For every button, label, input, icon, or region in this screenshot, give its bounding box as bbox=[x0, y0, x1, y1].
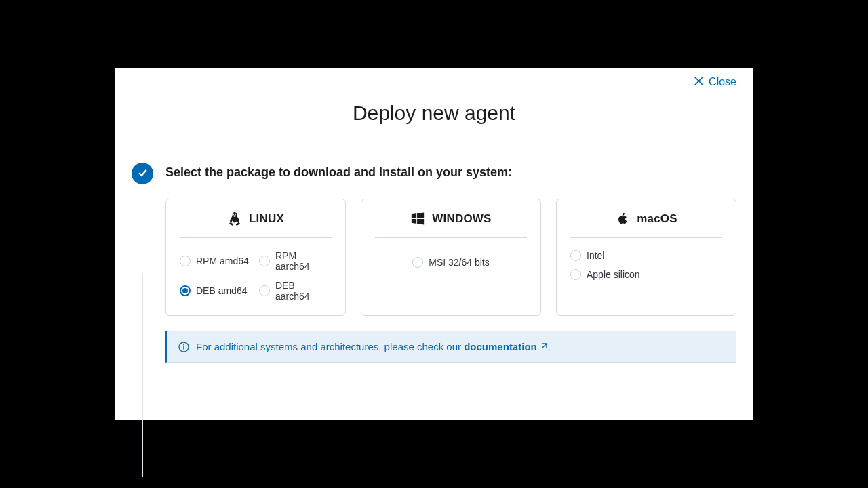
macos-options: Intel Apple silicon bbox=[570, 250, 722, 280]
os-card-linux: LINUX RPM amd64 RPM aarch64 bbox=[165, 199, 346, 316]
external-link-icon bbox=[540, 341, 548, 352]
close-button[interactable]: Close bbox=[694, 76, 736, 88]
option-label: DEB aarch64 bbox=[275, 280, 332, 302]
os-card-windows: WINDOWS MSI 32/64 bits bbox=[361, 199, 541, 316]
option-label: RPM amd64 bbox=[196, 256, 249, 266]
linux-icon bbox=[227, 211, 242, 226]
check-icon bbox=[137, 167, 149, 181]
option-label: Intel bbox=[587, 250, 604, 261]
radio-icon bbox=[180, 285, 191, 296]
option-label: RPM aarch64 bbox=[275, 250, 332, 272]
windows-icon bbox=[410, 211, 425, 226]
callout-prefix: For additional systems and architectures… bbox=[196, 341, 464, 352]
documentation-link[interactable]: documentation bbox=[464, 341, 548, 352]
option-deb-aarch64[interactable]: DEB aarch64 bbox=[259, 280, 332, 302]
close-icon bbox=[694, 76, 703, 88]
option-apple-silicon[interactable]: Apple silicon bbox=[570, 269, 722, 280]
link-label: documentation bbox=[464, 341, 537, 352]
page-title: Deploy new agent bbox=[115, 102, 753, 125]
callout-suffix: . bbox=[548, 341, 551, 352]
info-callout: For additional systems and architectures… bbox=[165, 331, 736, 363]
callout-text: For additional systems and architectures… bbox=[196, 341, 551, 352]
os-label: WINDOWS bbox=[432, 212, 491, 226]
deploy-agent-panel: Close Deploy new agent Select the packag… bbox=[115, 68, 753, 420]
os-card-header: WINDOWS bbox=[375, 211, 527, 238]
windows-options: MSI 32/64 bits bbox=[375, 250, 527, 274]
close-label: Close bbox=[709, 76, 736, 88]
step-complete-badge bbox=[132, 163, 153, 184]
linux-options: RPM amd64 RPM aarch64 DEB amd64 DEB bbox=[180, 250, 332, 302]
step-body: Select the package to download and insta… bbox=[165, 165, 736, 363]
option-label: Apple silicon bbox=[587, 269, 640, 280]
info-icon bbox=[178, 342, 189, 352]
os-card-header: macOS bbox=[570, 211, 722, 238]
os-card-header: LINUX bbox=[180, 211, 332, 238]
os-cards: LINUX RPM amd64 RPM aarch64 bbox=[165, 199, 736, 316]
option-rpm-aarch64[interactable]: RPM aarch64 bbox=[259, 250, 332, 272]
option-msi[interactable]: MSI 32/64 bits bbox=[412, 257, 490, 268]
option-label: MSI 32/64 bits bbox=[429, 257, 490, 268]
option-label: DEB amd64 bbox=[196, 285, 247, 296]
os-label: LINUX bbox=[249, 212, 284, 226]
step-title: Select the package to download and insta… bbox=[165, 165, 736, 180]
radio-icon bbox=[259, 256, 270, 266]
radio-icon bbox=[259, 285, 270, 296]
radio-icon bbox=[570, 250, 581, 261]
step-select-package: Select the package to download and insta… bbox=[115, 165, 753, 363]
option-intel[interactable]: Intel bbox=[570, 250, 722, 261]
radio-icon bbox=[180, 256, 191, 266]
os-card-macos: macOS Intel Apple silicon bbox=[556, 199, 736, 316]
os-label: macOS bbox=[637, 212, 677, 226]
radio-icon bbox=[412, 257, 423, 268]
option-rpm-amd64[interactable]: RPM amd64 bbox=[180, 250, 252, 272]
option-deb-amd64[interactable]: DEB amd64 bbox=[180, 280, 252, 302]
svg-point-1 bbox=[183, 344, 184, 345]
apple-icon bbox=[615, 211, 630, 226]
radio-icon bbox=[570, 269, 581, 280]
svg-rect-2 bbox=[183, 346, 184, 349]
step-connector-line bbox=[142, 274, 143, 477]
